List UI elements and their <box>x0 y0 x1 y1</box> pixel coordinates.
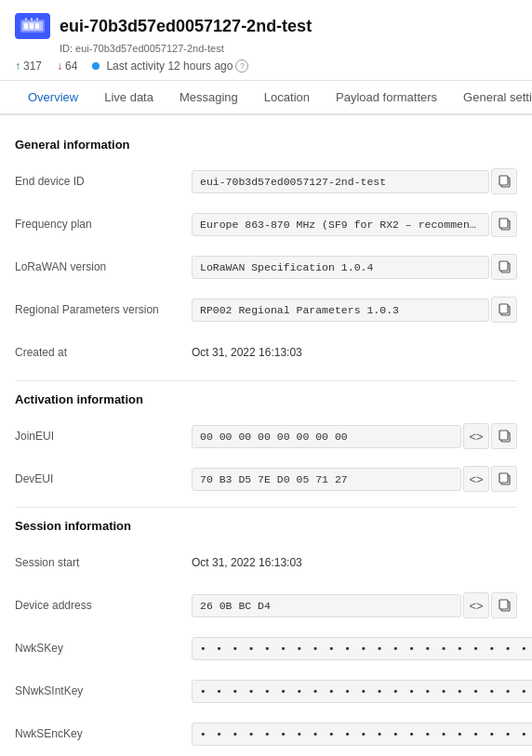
end-device-id-field: eui-70b3d57ed0057127-2nd-test <box>192 168 517 194</box>
arrow-down-icon: ↓ <box>57 60 62 73</box>
join-eui-input: 00 00 00 00 00 00 00 00 <box>192 425 461 448</box>
lorawan-version-copy-button[interactable] <box>491 254 517 280</box>
tab-general-settings[interactable]: General setti… <box>450 81 532 115</box>
activity-text: Last activity 12 hours ago <box>106 60 233 73</box>
snwk-sint-key-label: SNwkSIntKey <box>15 684 192 697</box>
tab-location[interactable]: Location <box>251 81 323 115</box>
divider-1 <box>15 380 517 381</box>
field-row-snwk-sint-key: SNwkSIntKey • • • • • • • • • • • • • • … <box>15 674 517 708</box>
dev-eui-field: 70 B3 D5 7E D0 05 71 27 <> <box>192 466 517 492</box>
dev-eui-copy-button[interactable] <box>491 466 517 492</box>
snwk-sint-key-field: • • • • • • • • • • • • • • • • • • • • … <box>192 678 532 704</box>
regional-params-label: Regional Parameters version <box>15 303 192 316</box>
field-row-join-eui: JoinEUI 00 00 00 00 00 00 00 00 <> <box>15 419 517 453</box>
svg-rect-9 <box>499 176 508 185</box>
activation-info-title: Activation information <box>15 392 517 406</box>
field-row-created-at: Created at Oct 31, 2022 16:13:03 <box>15 336 517 369</box>
stat-down: ↓ 64 <box>57 60 77 73</box>
tabs-bar: Overview Live data Messaging Location Pa… <box>0 81 532 115</box>
nwk-senc-key-field: • • • • • • • • • • • • • • • • • • • • … <box>192 721 532 747</box>
svg-rect-7 <box>36 18 38 20</box>
nwk-skey-field: • • • • • • • • • • • • • • • • • • • • … <box>192 635 532 661</box>
created-at-label: Created at <box>15 346 192 359</box>
arrow-up-icon: ↑ <box>15 60 20 73</box>
session-start-label: Session start <box>15 556 192 569</box>
join-eui-label: JoinEUI <box>15 430 192 443</box>
activation-information-section: Activation information JoinEUI 00 00 00 … <box>15 392 517 496</box>
svg-rect-17 <box>499 431 508 440</box>
frequency-plan-label: Frequency plan <box>15 218 192 231</box>
field-row-nwk-senc-key: NwkSEncKey • • • • • • • • • • • • • • •… <box>15 717 517 750</box>
device-subtitle: ID: eui-70b3d57ed0057127-2nd-test <box>60 43 517 54</box>
stat-up: ↑ 317 <box>15 60 42 73</box>
end-device-id-input: eui-70b3d57ed0057127-2nd-test <box>192 170 489 193</box>
tab-messaging[interactable]: Messaging <box>166 81 251 115</box>
svg-rect-2 <box>24 23 28 29</box>
activity-status: Last activity 12 hours ago ? <box>92 60 248 73</box>
regional-params-copy-button[interactable] <box>491 297 517 323</box>
tab-overview[interactable]: Overview <box>15 81 91 115</box>
field-row-nwk-skey: NwkSKey • • • • • • • • • • • • • • • • … <box>15 631 517 665</box>
frequency-plan-field: Europe 863-870 MHz (SF9 for RX2 – recomm… <box>192 211 517 237</box>
dev-eui-code-button[interactable]: <> <box>463 466 489 492</box>
field-row-session-start: Session start Oct 31, 2022 16:13:03 <box>15 546 517 579</box>
lorawan-version-field: LoRaWAN Specification 1.0.4 <box>192 254 517 280</box>
svg-rect-11 <box>499 219 508 228</box>
join-eui-field: 00 00 00 00 00 00 00 00 <> <box>192 423 517 449</box>
stat-down-count: 64 <box>65 60 77 73</box>
session-info-title: Session information <box>15 519 517 533</box>
svg-rect-13 <box>499 261 508 271</box>
general-info-title: General information <box>15 138 517 152</box>
svg-rect-6 <box>31 18 33 20</box>
nwk-skey-input: • • • • • • • • • • • • • • • • • • • • … <box>192 637 532 660</box>
stat-up-count: 317 <box>23 60 42 73</box>
activity-dot-icon <box>92 62 100 70</box>
device-address-input: 26 0B BC D4 <box>192 594 461 617</box>
svg-rect-3 <box>30 23 33 29</box>
session-start-value: Oct 31, 2022 16:13:03 <box>192 556 302 569</box>
dev-eui-label: DevEUI <box>15 472 192 485</box>
main-content: General information End device ID eui-70… <box>0 115 532 750</box>
svg-rect-21 <box>499 600 508 609</box>
divider-2 <box>15 507 517 508</box>
svg-rect-15 <box>499 304 508 313</box>
field-row-device-address: Device address 26 0B BC D4 <> <box>15 589 517 622</box>
device-address-label: Device address <box>15 599 192 612</box>
regional-params-field: RP002 Regional Parameters 1.0.3 <box>192 297 517 323</box>
field-row-dev-eui: DevEUI 70 B3 D5 7E D0 05 71 27 <> <box>15 462 517 496</box>
header-top: eui-70b3d57ed0057127-2nd-test <box>15 13 517 39</box>
device-address-code-button[interactable]: <> <box>463 592 489 618</box>
help-icon[interactable]: ? <box>235 60 248 73</box>
session-information-section: Session information Session start Oct 31… <box>15 519 517 750</box>
tab-payload-formatters[interactable]: Payload formatters <box>323 81 450 115</box>
join-eui-copy-button[interactable] <box>491 423 517 449</box>
svg-rect-19 <box>499 473 508 483</box>
svg-rect-5 <box>25 18 27 20</box>
regional-params-input: RP002 Regional Parameters 1.0.3 <box>192 298 489 322</box>
end-device-id-copy-button[interactable] <box>491 168 517 194</box>
end-device-id-label: End device ID <box>15 175 192 188</box>
frequency-plan-copy-button[interactable] <box>491 211 517 237</box>
field-row-frequency-plan: Frequency plan Europe 863-870 MHz (SF9 f… <box>15 207 517 241</box>
created-at-value: Oct 31, 2022 16:13:03 <box>192 346 302 359</box>
lorawan-version-input: LoRaWAN Specification 1.0.4 <box>192 256 489 279</box>
tab-live-data[interactable]: Live data <box>91 81 166 115</box>
dev-eui-input: 70 B3 D5 7E D0 05 71 27 <box>192 468 461 491</box>
field-row-regional-params: Regional Parameters version RP002 Region… <box>15 293 517 326</box>
field-row-lorawan-version: LoRaWAN version LoRaWAN Specification 1.… <box>15 250 517 284</box>
device-title: eui-70b3d57ed0057127-2nd-test <box>60 17 312 36</box>
device-icon <box>15 13 50 39</box>
field-row-end-device-id: End device ID eui-70b3d57ed0057127-2nd-t… <box>15 165 517 198</box>
lorawan-version-label: LoRaWAN version <box>15 260 192 273</box>
general-information-section: General information End device ID eui-70… <box>15 138 517 369</box>
join-eui-code-button[interactable]: <> <box>463 423 489 449</box>
nwk-skey-label: NwkSKey <box>15 642 192 655</box>
svg-rect-4 <box>35 23 39 29</box>
device-address-field: 26 0B BC D4 <> <box>192 592 517 618</box>
header: eui-70b3d57ed0057127-2nd-test ID: eui-70… <box>0 0 532 81</box>
frequency-plan-input: Europe 863-870 MHz (SF9 for RX2 – recomm… <box>192 213 489 236</box>
nwk-senc-key-label: NwkSEncKey <box>15 727 192 740</box>
snwk-sint-key-input: • • • • • • • • • • • • • • • • • • • • … <box>192 680 532 703</box>
device-address-copy-button[interactable] <box>491 592 517 618</box>
header-stats: ↑ 317 ↓ 64 Last activity 12 hours ago ? <box>15 60 517 73</box>
